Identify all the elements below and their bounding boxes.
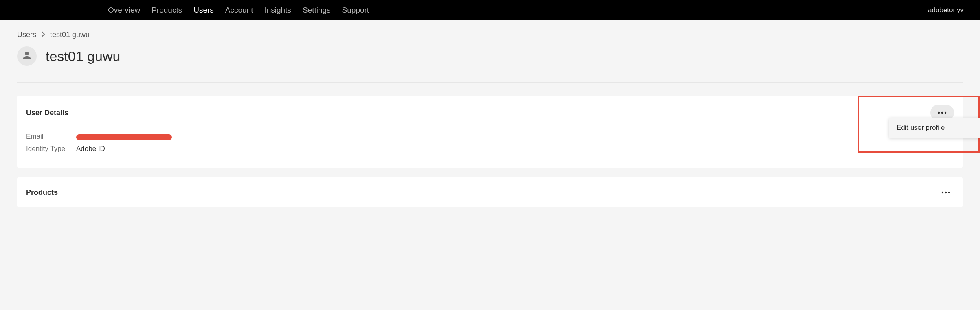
svg-point-4 [945,191,947,193]
user-details-menu-popover: Edit user profile [889,118,980,138]
breadcrumb-root[interactable]: Users [17,31,36,39]
svg-point-2 [945,111,946,113]
email-value [76,133,172,141]
email-label: Email [26,133,69,141]
identity-type-label: Identity Type [26,145,69,153]
products-title: Products [26,188,58,197]
user-details-title: User Details [26,109,68,117]
avatar [17,46,37,66]
top-nav-items: Overview Products Users Account Insights… [108,6,369,15]
title-row: test01 guwu [17,46,963,66]
more-horizontal-icon [941,190,951,196]
products-card: Products [17,177,963,207]
identity-type-row: Identity Type Adobe ID [26,145,954,153]
nav-support[interactable]: Support [342,6,369,15]
svg-point-5 [948,191,950,193]
top-nav: Overview Products Users Account Insights… [0,0,980,20]
chevron-right-icon [41,31,45,39]
edit-user-profile-menu-item[interactable]: Edit user profile [889,118,980,138]
products-header: Products [26,186,954,203]
nav-overview[interactable]: Overview [108,6,140,15]
svg-point-0 [938,111,940,113]
breadcrumb: Users test01 guwu [17,31,963,39]
products-more-button[interactable] [938,186,954,199]
nav-account[interactable]: Account [225,6,253,15]
redacted-value [76,134,172,140]
page-content: Users test01 guwu test01 guwu User Detai… [0,20,980,233]
account-label[interactable]: adobetonyv [928,6,964,14]
person-icon [22,50,32,62]
user-details-header: User Details [26,105,954,125]
identity-type-value: Adobe ID [76,145,105,153]
page-title: test01 guwu [46,48,120,64]
email-row: Email [26,133,954,141]
nav-insights[interactable]: Insights [264,6,291,15]
divider [17,82,963,83]
breadcrumb-current: test01 guwu [50,31,90,39]
nav-products[interactable]: Products [152,6,182,15]
nav-users[interactable]: Users [193,6,214,15]
nav-settings[interactable]: Settings [303,6,331,15]
svg-point-1 [941,111,943,113]
user-details-card: User Details Email Identity Type Adobe I… [17,96,963,168]
svg-point-3 [942,191,943,193]
more-horizontal-icon [937,110,947,116]
